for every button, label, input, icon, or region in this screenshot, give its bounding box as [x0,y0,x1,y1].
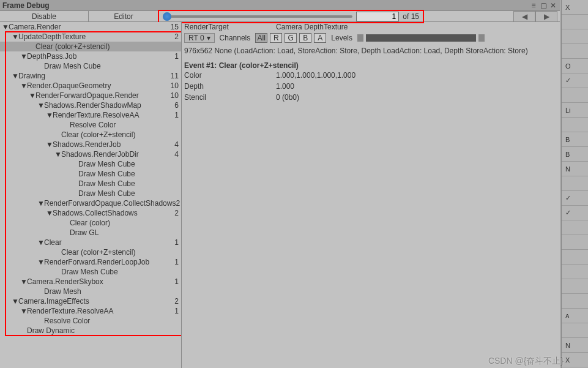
tree-row[interactable]: ▼UpdateDepthTexture2 [0,32,181,42]
tree-row[interactable]: ▼RenderForwardOpaque.CollectShadows2 [0,198,181,208]
tree-row[interactable]: ▼Shadows.RenderJob4 [0,140,181,149]
tree-item-count: 4 [169,150,181,159]
channel-b-button[interactable]: B [299,33,311,43]
menu-icon[interactable]: ≡ [529,1,538,10]
levels-min-handle[interactable] [357,34,363,42]
tree-row[interactable]: Resolve Color [0,120,181,130]
strip-item[interactable]: ᴀ [562,309,588,323]
tree-item-label: Camera.Render [9,23,169,31]
strip-item[interactable]: ✓ [562,73,588,88]
tree-row[interactable]: Clear (color) [0,218,181,228]
tree-row[interactable]: Draw Dynamic [0,326,181,336]
levels-slider[interactable] [366,34,476,42]
tree-row[interactable]: ▼Camera.RenderSkybox1 [0,277,181,287]
frame-slider[interactable] [163,15,352,18]
tree-row[interactable]: ▼Render.OpaqueGeometry10 [0,81,181,91]
foldout-icon[interactable]: ▼ [29,91,35,100]
channel-g-button[interactable]: G [285,33,297,43]
strip-item[interactable] [562,250,588,265]
tree-row[interactable]: ▼Shadows.CollectShadows2 [0,208,181,218]
close-icon[interactable]: ✕ [549,1,557,10]
tree-item-label: Clear (color) [70,219,169,227]
tree-row[interactable]: Resolve Color [0,316,181,326]
tree-row[interactable]: ▼Drawing11 [0,71,181,81]
foldout-icon[interactable]: ▼ [55,150,61,159]
foldout-icon[interactable]: ▼ [21,307,27,315]
strip-item[interactable]: B [562,147,588,162]
strip-item[interactable] [562,15,588,29]
foldout-icon[interactable]: ▼ [21,81,27,90]
strip-item[interactable] [562,118,588,132]
tree-row[interactable]: ▼Shadows.RenderShadowMap6 [0,100,181,110]
strip-item[interactable]: B [562,132,588,147]
strip-item[interactable] [562,294,588,309]
tree-row[interactable]: Draw Mesh Cube [0,267,181,277]
strip-item[interactable]: N [562,338,588,353]
strip-item[interactable] [562,235,588,250]
strip-item[interactable]: X [562,353,588,367]
tree-row[interactable]: Clear (color+Z+stencil) [0,42,181,51]
tree-row[interactable]: ▼RenderTexture.ResolveAA1 [0,306,181,316]
foldout-icon[interactable]: ▼ [12,72,18,80]
prev-frame-button[interactable]: ◀ [513,11,535,22]
foldout-icon[interactable]: ▼ [47,209,53,217]
tree-row[interactable]: Draw Mesh Cube [0,159,181,169]
foldout-icon[interactable]: ▼ [38,199,44,208]
tree-row[interactable]: Clear (color+Z+stencil) [0,247,181,257]
strip-item[interactable] [562,29,588,44]
strip-item[interactable]: N [562,162,588,176]
strip-item[interactable] [562,44,588,59]
tree-row[interactable]: ▼Camera.ImageEffects2 [0,296,181,306]
strip-item[interactable]: X [562,0,588,15]
channel-r-button[interactable]: R [270,33,282,43]
strip-item[interactable] [562,88,588,103]
tree-row[interactable]: Clear (color+Z+stencil) [0,130,181,140]
foldout-icon[interactable]: ▼ [38,238,44,247]
strip-item[interactable]: Li [562,103,588,118]
tree-row[interactable]: ▼Clear1 [0,238,181,247]
foldout-icon[interactable]: ▼ [2,23,9,31]
editor-button[interactable]: Editor [89,11,159,22]
frame-number-input[interactable] [356,12,399,21]
strip-item[interactable] [562,279,588,294]
tree-row[interactable]: ▼Shadows.RenderJobDir4 [0,149,181,159]
rendertarget-name: Camera DepthTexture [276,23,348,31]
tree-row[interactable]: ▼RenderForward.RenderLoopJob1 [0,257,181,267]
tree-row[interactable]: ▼RenderTexture.ResolveAA1 [0,110,181,120]
tree-row[interactable]: Draw Mesh Cube [0,61,181,71]
channel-a-button[interactable]: A [314,33,326,43]
event-tree[interactable]: ▼Camera.Render15▼UpdateDepthTexture2Clea… [0,22,181,336]
tree-row[interactable]: Draw Mesh Cube [0,189,181,198]
strip-item[interactable] [562,220,588,235]
levels-max-handle[interactable] [478,34,485,42]
foldout-icon[interactable]: ▼ [47,111,53,119]
disable-button[interactable]: Disable [0,11,89,22]
foldout-icon[interactable]: ▼ [47,140,53,149]
strip-item[interactable]: O [562,59,588,73]
next-frame-button[interactable]: ▶ [535,11,557,22]
channel-all-button[interactable]: All [255,33,267,43]
rt-dropdown[interactable]: RT 0▾ [184,33,215,43]
slider-thumb[interactable] [163,12,171,21]
foldout-icon[interactable]: ▼ [38,101,44,110]
foldout-icon[interactable]: ▼ [21,52,27,61]
strip-item[interactable] [562,176,588,191]
strip-item[interactable] [562,265,588,279]
foldout-icon[interactable]: ▼ [12,297,18,306]
foldout-icon[interactable]: ▼ [21,277,27,286]
tree-row[interactable]: Draw Mesh Cube [0,179,181,189]
tree-row[interactable]: Draw GL [0,228,181,238]
tree-row[interactable]: Draw Mesh Cube [0,169,181,179]
strip-item[interactable] [562,323,588,338]
tree-row[interactable]: Draw Mesh [0,287,181,296]
tree-row[interactable]: ▼Camera.Render15 [0,22,181,32]
minimize-icon[interactable]: ▢ [539,1,548,10]
tree-item-label: Clear [44,238,169,247]
foldout-icon[interactable]: ▼ [12,32,18,41]
strip-item[interactable]: ✓ [562,191,588,206]
tree-row[interactable]: ▼DepthPass.Job1 [0,51,181,61]
foldout-icon[interactable]: ▼ [38,258,44,266]
window-title: Frame Debug [2,1,50,10]
tree-row[interactable]: ▼RenderForwardOpaque.Render10 [0,91,181,100]
strip-item[interactable]: ✓ [562,206,588,220]
